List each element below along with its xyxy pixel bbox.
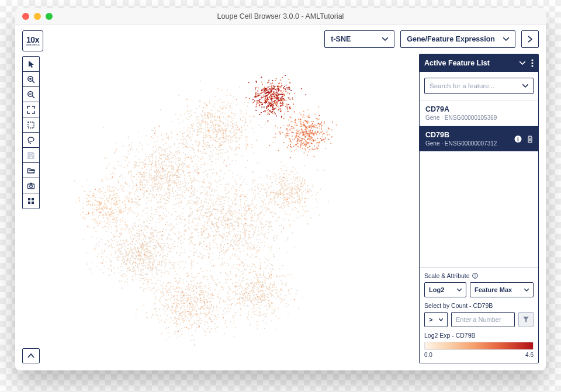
feature-item-name: CD79A: [425, 105, 532, 113]
legend-label: Log2 Exp - CD79B: [424, 332, 534, 339]
marquee-icon: [27, 121, 35, 129]
chevron-down-icon: [382, 37, 388, 41]
operator-select[interactable]: >: [424, 312, 448, 327]
zoom-out-tool[interactable]: [23, 87, 39, 102]
projection-select[interactable]: t-SNE: [324, 30, 394, 48]
more-menu-icon[interactable]: [531, 59, 534, 67]
attribute-select[interactable]: Feature Max: [470, 282, 534, 297]
svg-rect-13: [28, 202, 30, 204]
tsne-plot[interactable]: [44, 55, 413, 359]
svg-line-1: [32, 81, 34, 83]
camera-icon: [27, 182, 35, 190]
minimize-window-button[interactable]: [34, 13, 41, 20]
svg-text:i: i: [517, 136, 519, 142]
logo-bottom: GENOMICS: [26, 44, 40, 46]
count-input[interactable]: Enter a Number: [451, 312, 515, 327]
count-input-placeholder: Enter a Number: [456, 316, 501, 323]
chevron-down-icon: [439, 318, 443, 321]
pointer-tool[interactable]: [23, 57, 39, 72]
lasso-select-tool[interactable]: [23, 133, 39, 148]
svg-line-5: [32, 96, 34, 98]
zoom-out-icon: [27, 91, 35, 99]
mode-select-value: Gene/Feature Expression: [407, 35, 495, 43]
save-icon: [27, 151, 35, 159]
snapshot-tool[interactable]: [23, 178, 39, 193]
feature-list: CD79AGene · ENSG00000105369CD79BGene · E…: [420, 100, 538, 151]
select-by-count-section: Select by Count - CD79B > Enter a Number: [420, 302, 538, 332]
rect-select-tool[interactable]: [23, 117, 39, 133]
info-icon[interactable]: i: [514, 135, 522, 143]
select-by-count-label: Select by Count - CD79B: [424, 302, 534, 309]
grid-icon: [27, 197, 35, 205]
feature-search-placeholder: Search for a feature...: [430, 82, 494, 89]
color-legend-bar: [424, 342, 534, 350]
projection-select-value: t-SNE: [331, 35, 351, 43]
legend-max: 4.6: [525, 352, 534, 358]
funnel-icon: [522, 316, 529, 323]
app-window: Loupe Cell Browser 3.0.0 - AMLTutorial 1…: [15, 8, 546, 370]
left-toolbar: [22, 56, 40, 209]
scale-attribute-label: Scale & Attribute ?: [424, 272, 534, 279]
svg-rect-11: [28, 198, 30, 200]
top-controls: t-SNE Gene/Feature Expression: [324, 30, 539, 48]
split-view-tool[interactable]: [23, 193, 39, 209]
svg-point-15: [531, 59, 533, 61]
help-icon[interactable]: ?: [472, 273, 478, 279]
feature-panel-header: Active Feature List: [420, 54, 538, 72]
chevron-up-icon: [27, 353, 34, 358]
legend-min: 0.0: [424, 352, 432, 358]
pointer-icon: [27, 60, 35, 68]
feature-panel: Active Feature List Search for a feature…: [419, 54, 539, 363]
save-tool: [23, 148, 39, 163]
apply-filter-button[interactable]: [518, 312, 534, 327]
fit-view-tool[interactable]: [23, 102, 39, 117]
brand-logo[interactable]: 10x GENOMICS: [22, 30, 43, 51]
zoom-in-tool[interactable]: [23, 72, 39, 87]
feature-item-meta: Gene · ENSG00000105369: [425, 115, 532, 121]
trash-icon[interactable]: [527, 135, 534, 143]
feature-panel-title: Active Feature List: [424, 59, 490, 67]
chevron-down-icon: [522, 84, 528, 88]
chevron-right-icon: [528, 36, 532, 43]
svg-rect-7: [28, 122, 34, 128]
legend-section: Log2 Exp - CD79B 0.0 4.6: [420, 332, 538, 363]
feature-search-row: Search for a feature...: [420, 72, 538, 100]
svg-point-16: [531, 62, 533, 64]
panel-toggle-button[interactable]: [521, 30, 539, 48]
feature-item-CD79B[interactable]: CD79BGene · ENSG00000007312i: [420, 126, 538, 151]
scale-select[interactable]: Log2: [424, 282, 466, 297]
svg-text:?: ?: [474, 274, 476, 278]
close-window-button[interactable]: [22, 13, 29, 20]
chevron-down-icon: [524, 289, 529, 292]
chevron-down-icon[interactable]: [520, 61, 525, 65]
svg-rect-14: [32, 202, 34, 204]
svg-point-17: [531, 65, 533, 67]
folder-open-icon: [27, 166, 35, 175]
scale-attribute-section: Scale & Attribute ? Log2 Feature Max: [420, 267, 538, 302]
logo-top: 10x: [26, 36, 39, 44]
feature-search-input[interactable]: Search for a feature...: [424, 78, 534, 94]
open-tool[interactable]: [23, 163, 39, 178]
mode-select[interactable]: Gene/Feature Expression: [400, 30, 515, 48]
svg-rect-12: [32, 198, 34, 200]
window-controls: [15, 13, 53, 20]
chevron-down-icon: [503, 37, 509, 41]
app-body: 10x GENOMICS t-SNE Gene/Feature Expressi…: [15, 25, 546, 370]
expand-icon: [27, 106, 35, 114]
zoom-window-button[interactable]: [46, 13, 53, 20]
zoom-in-icon: [27, 75, 35, 84]
lasso-icon: [27, 136, 35, 144]
svg-point-10: [30, 185, 33, 188]
chevron-down-icon: [457, 289, 462, 292]
feature-item-CD79A[interactable]: CD79AGene · ENSG00000105369: [420, 100, 538, 126]
window-title: Loupe Cell Browser 3.0.0 - AMLTutorial: [15, 12, 546, 20]
collapse-toolbar-button[interactable]: [22, 348, 40, 363]
titlebar[interactable]: Loupe Cell Browser 3.0.0 - AMLTutorial: [15, 8, 546, 25]
